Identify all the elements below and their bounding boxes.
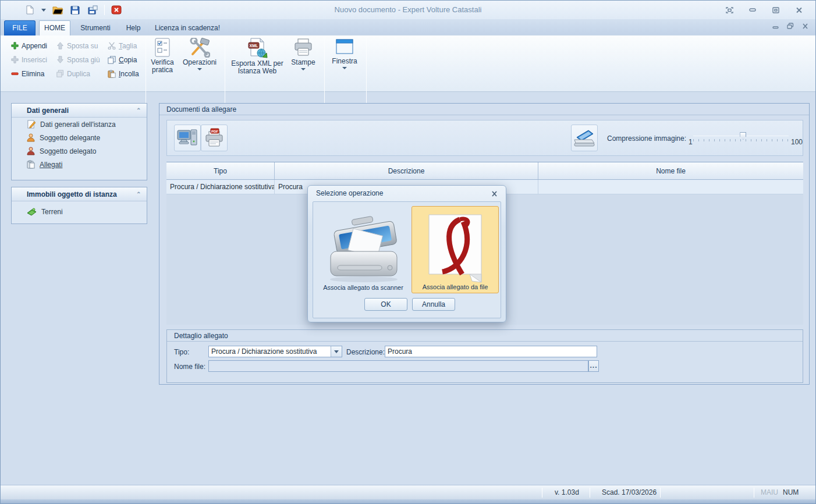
sidebar-item-terreni[interactable]: Terreni xyxy=(12,201,147,222)
operazioni-button[interactable]: Operazioni xyxy=(180,38,219,81)
selezione-operazione-dialog: Selezione operazione xyxy=(307,185,506,322)
scanner-large-icon xyxy=(325,215,402,284)
slider-max-label: 100 xyxy=(791,138,803,146)
tipo-value: Procura / Dichiarazione sostitutiva xyxy=(211,347,317,356)
tab-help[interactable]: Help xyxy=(122,20,145,36)
option-scanner-tile[interactable]: Associa allegato da scanner xyxy=(320,206,407,293)
option-file-tile[interactable]: Associa allegato da file xyxy=(411,206,499,293)
detail-title-divider xyxy=(167,341,803,342)
tools-icon xyxy=(189,38,210,58)
sposta-su-button: Sposta su xyxy=(54,40,100,52)
maximize-button[interactable] xyxy=(768,4,784,16)
column-header-tipo[interactable]: Tipo xyxy=(166,162,275,179)
nome-file-label: Nome file: xyxy=(174,363,205,371)
operazioni-label: Operazioni xyxy=(183,59,217,66)
sposta-giu-label: Sposta giù xyxy=(67,56,100,64)
arrow-up-icon xyxy=(56,42,64,49)
sidebar-item-soggetto-delegante[interactable]: Soggetto delegante xyxy=(12,131,147,144)
minimize-button[interactable] xyxy=(744,4,761,16)
svg-text:XML: XML xyxy=(250,44,259,48)
incolla-button[interactable]: Incolla xyxy=(105,68,141,80)
num-indicator: NUM xyxy=(783,488,799,496)
sidebar-group-title: Dati generali xyxy=(27,107,69,115)
sidebar-group-title: Immobili oggetto di istanza xyxy=(27,190,117,198)
stampe-button[interactable]: Stampe xyxy=(287,38,320,81)
detail-section: Dettaglio allegato Tipo: Procura / Dichi… xyxy=(166,329,803,383)
tipo-label: Tipo: xyxy=(174,348,189,356)
window-bottom-edge xyxy=(1,499,815,504)
pdf-print-button[interactable]: PDF xyxy=(201,125,228,151)
incolla-label: Incolla xyxy=(119,70,139,78)
tipo-combo-dropdown[interactable] xyxy=(331,346,342,357)
dropdown-caret-icon xyxy=(334,350,339,353)
acquire-from-computer-button[interactable] xyxy=(174,125,201,151)
ribbon-tab-bar: FILE HOME Strumenti Help Licenza in scad… xyxy=(1,19,815,36)
dialog-content: Associa allegato da scanner Associa alle… xyxy=(313,201,501,318)
tab-home[interactable]: HOME xyxy=(39,20,70,36)
maximize-icon xyxy=(772,7,779,13)
status-bar: v. 1.03d Scad. 17/03/2026 MAIU NUM xyxy=(1,485,815,499)
column-header-descrizione[interactable]: Descrizione xyxy=(275,162,538,179)
compression-slider[interactable]: 1 100 xyxy=(689,127,803,151)
copia-button[interactable]: Copia xyxy=(105,54,139,66)
terrain-icon xyxy=(27,208,37,216)
slider-track[interactable] xyxy=(693,136,789,136)
pdf-file-icon xyxy=(426,214,484,283)
annulla-button[interactable]: Annulla xyxy=(412,298,455,311)
copy-icon xyxy=(108,56,116,64)
fullscreen-button[interactable] xyxy=(721,4,737,16)
sidebar-group-header-immobili[interactable]: Immobili oggetto di istanza ⌃ xyxy=(12,187,147,201)
edit-document-icon xyxy=(27,120,36,129)
compression-label: Compressione immagine: xyxy=(607,134,686,143)
tab-licenza[interactable]: Licenza in scadenza! xyxy=(153,20,222,36)
statusbar-separator xyxy=(660,488,661,498)
appendi-label: Appendi xyxy=(22,42,47,50)
sidebar-group-dati-generali: Dati generali ⌃ Dati generali dell'istan… xyxy=(11,103,147,180)
descrizione-input[interactable]: Procura xyxy=(385,346,597,357)
maiu-indicator: MAIU xyxy=(761,488,778,496)
dialog-close-button[interactable] xyxy=(489,190,499,198)
dialog-title: Selezione operazione xyxy=(316,189,383,197)
attachments-toolbar: PDF Compressione immagine: 1 100 xyxy=(166,120,803,156)
duplicate-icon xyxy=(56,70,64,77)
column-header-nome-file[interactable]: Nome file xyxy=(538,162,803,179)
scanner-button[interactable] xyxy=(571,125,598,151)
taglia-label: Taglia xyxy=(119,42,137,50)
esporta-xml-button[interactable]: XML Esporta XML per Istanza Web xyxy=(229,38,285,81)
plus-gray-icon xyxy=(11,56,19,63)
mdi-restore-button[interactable] xyxy=(787,23,794,31)
minus-icon xyxy=(11,70,19,77)
sidebar-group-header-dati-generali[interactable]: Dati generali ⌃ xyxy=(12,104,147,118)
tab-strumenti[interactable]: Strumenti xyxy=(75,20,116,36)
xml-export-icon: XML xyxy=(246,38,268,59)
nome-file-input[interactable] xyxy=(208,360,588,372)
cell-tipo: Procura / Dichiarazione sostitutiva xyxy=(166,180,275,194)
sposta-su-label: Sposta su xyxy=(67,42,98,50)
svg-text:PDF: PDF xyxy=(211,130,218,133)
appendi-button[interactable]: Appendi xyxy=(9,40,49,52)
computer-icon xyxy=(177,129,198,147)
elimina-label: Elimina xyxy=(22,70,44,78)
sidebar-item-label: Terreni xyxy=(41,208,63,216)
finestra-dropdown-caret xyxy=(342,67,347,69)
finestra-button[interactable]: Finestra xyxy=(328,38,361,81)
sidebar-item-dati-generali-istanza[interactable]: Dati generali dell'istanza xyxy=(12,118,147,131)
elimina-button[interactable]: Elimina xyxy=(9,68,47,80)
sidebar-item-label: Soggetto delegante xyxy=(40,134,100,142)
tab-file[interactable]: FILE xyxy=(4,20,36,36)
table-header-row: Tipo Descrizione Nome file xyxy=(166,162,803,180)
copia-label: Copia xyxy=(119,56,137,64)
close-button[interactable] xyxy=(791,4,807,16)
application-window: Nuovo documento - Expert Volture Catasta… xyxy=(0,0,816,504)
verifica-pratica-button[interactable]: Verifica pratica xyxy=(148,38,177,81)
browse-button[interactable]: ... xyxy=(588,360,599,372)
tipo-combobox[interactable]: Procura / Dichiarazione sostitutiva xyxy=(208,346,342,357)
sidebar-item-allegati[interactable]: Allegati xyxy=(12,158,147,171)
operazioni-dropdown-caret xyxy=(197,68,202,70)
mdi-minimize-button[interactable] xyxy=(772,23,779,31)
sidebar-item-soggetto-delegato[interactable]: Soggetto delegato xyxy=(12,144,147,158)
title-bar: Nuovo documento - Expert Volture Catasta… xyxy=(1,1,815,19)
slider-min-label: 1 xyxy=(689,138,693,146)
mdi-close-button[interactable] xyxy=(802,23,808,31)
ok-button[interactable]: OK xyxy=(364,298,407,311)
